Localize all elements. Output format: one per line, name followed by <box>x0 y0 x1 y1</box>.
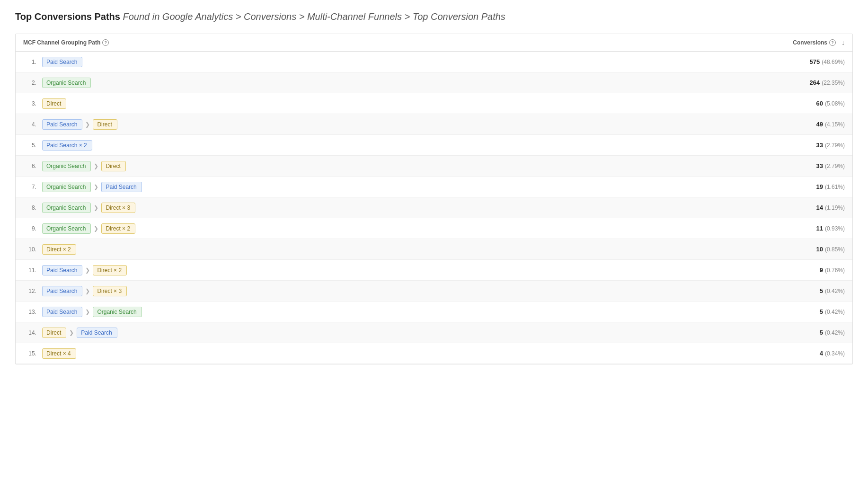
page-wrapper: Top Conversions Paths Found in Google An… <box>0 0 868 376</box>
table-row: 12.Paid Search❯Direct × 35(0.42%) <box>16 281 852 302</box>
sort-icon[interactable]: ↓ <box>841 39 845 46</box>
arrow-connector: ❯ <box>85 121 90 128</box>
row-rank: 5. <box>23 142 36 149</box>
arrow-connector: ❯ <box>85 309 90 315</box>
col-path-label: MCF Channel Grouping Path <box>23 39 100 46</box>
channel-tag-paid[interactable]: Paid Search <box>42 119 82 130</box>
channel-tag-direct[interactable]: Direct × 2 <box>101 223 135 234</box>
col-conversions-header: Conversions ? ↓ <box>741 39 845 46</box>
row-path: Direct <box>42 98 741 109</box>
col-path-help-icon[interactable]: ? <box>102 39 109 46</box>
row-rank: 12. <box>23 288 36 294</box>
row-conversions: 49(4.15%) <box>741 121 845 128</box>
row-path: Organic Search <box>42 78 741 88</box>
table-row: 5.Paid Search × 233(2.79%) <box>16 135 852 156</box>
row-conversions: 4(0.34%) <box>741 350 845 357</box>
row-conversions: 264(22.35%) <box>741 79 845 86</box>
channel-tag-direct[interactable]: Direct × 3 <box>93 286 127 296</box>
table-row: 4.Paid Search❯Direct49(4.15%) <box>16 114 852 135</box>
channel-tag-direct[interactable]: Direct <box>42 98 66 109</box>
table-row: 13.Paid Search❯Organic Search5(0.42%) <box>16 302 852 322</box>
table-body: 1.Paid Search575(48.69%)2.Organic Search… <box>16 52 852 364</box>
row-conversions: 33(2.79%) <box>741 162 845 169</box>
table-row: 2.Organic Search264(22.35%) <box>16 72 852 93</box>
arrow-connector: ❯ <box>85 288 90 294</box>
row-rank: 15. <box>23 350 36 357</box>
arrow-connector: ❯ <box>94 225 98 232</box>
table-row: 10.Direct × 210(0.85%) <box>16 239 852 260</box>
row-conversions: 9(0.76%) <box>741 266 845 274</box>
arrow-connector: ❯ <box>69 329 74 336</box>
row-rank: 9. <box>23 225 36 232</box>
row-rank: 1. <box>23 59 36 65</box>
row-path: Direct × 2 <box>42 244 741 255</box>
channel-tag-organic[interactable]: Organic Search <box>42 78 91 88</box>
row-rank: 6. <box>23 163 36 169</box>
channel-tag-direct[interactable]: Direct <box>101 161 125 171</box>
table-row: 7.Organic Search❯Paid Search19(1.61%) <box>16 177 852 197</box>
channel-tag-direct[interactable]: Direct <box>42 328 66 338</box>
row-path: Paid Search <box>42 57 741 67</box>
table-row: 6.Organic Search❯Direct33(2.79%) <box>16 156 852 177</box>
row-path: Organic Search❯Paid Search <box>42 182 741 192</box>
row-conversions: 19(1.61%) <box>741 183 845 190</box>
channel-tag-organic[interactable]: Organic Search <box>42 203 91 213</box>
row-path: Organic Search❯Direct <box>42 161 741 171</box>
arrow-connector: ❯ <box>94 163 98 169</box>
channel-tag-organic[interactable]: Organic Search <box>93 307 142 317</box>
page-title: Top Conversions Paths Found in Google An… <box>15 11 853 22</box>
channel-tag-paid[interactable]: Paid Search <box>42 265 82 275</box>
channel-tag-paid[interactable]: Paid Search <box>42 307 82 317</box>
row-conversions: 5(0.42%) <box>741 287 845 294</box>
col-conversions-label: Conversions <box>793 39 827 46</box>
channel-tag-organic[interactable]: Organic Search <box>42 182 91 192</box>
table-row: 11.Paid Search❯Direct × 29(0.76%) <box>16 260 852 281</box>
table-row: 9.Organic Search❯Direct × 211(0.93%) <box>16 218 852 239</box>
table-row: 1.Paid Search575(48.69%) <box>16 52 852 72</box>
row-path: Organic Search❯Direct × 2 <box>42 223 741 234</box>
row-path: Paid Search❯Direct <box>42 119 741 130</box>
channel-tag-paid[interactable]: Paid Search <box>101 182 142 192</box>
row-rank: 3. <box>23 100 36 107</box>
table-row: 15.Direct × 44(0.34%) <box>16 343 852 364</box>
channel-tag-direct[interactable]: Direct × 3 <box>101 203 135 213</box>
table-row: 3.Direct60(5.08%) <box>16 93 852 114</box>
channel-tag-paid[interactable]: Paid Search <box>42 57 82 67</box>
row-rank: 14. <box>23 329 36 336</box>
row-conversions: 14(1.19%) <box>741 204 845 211</box>
row-conversions: 5(0.42%) <box>741 329 845 336</box>
channel-tag-paid[interactable]: Paid Search <box>42 286 82 296</box>
row-path: Paid Search❯Organic Search <box>42 307 741 317</box>
channel-tag-organic[interactable]: Organic Search <box>42 161 91 171</box>
row-rank: 11. <box>23 267 36 274</box>
channel-tag-direct[interactable]: Direct × 2 <box>42 244 76 255</box>
channel-tag-direct[interactable]: Direct × 4 <box>42 348 76 359</box>
row-rank: 4. <box>23 121 36 128</box>
channel-tag-paid[interactable]: Paid Search × 2 <box>42 140 92 151</box>
row-path: Organic Search❯Direct × 3 <box>42 203 741 213</box>
channel-tag-organic[interactable]: Organic Search <box>42 223 91 234</box>
row-rank: 2. <box>23 80 36 86</box>
row-path: Paid Search❯Direct × 3 <box>42 286 741 296</box>
arrow-connector: ❯ <box>94 184 98 190</box>
row-rank: 8. <box>23 204 36 211</box>
channel-tag-paid[interactable]: Paid Search <box>77 328 117 338</box>
channel-tag-direct[interactable]: Direct × 2 <box>93 265 127 275</box>
row-rank: 13. <box>23 309 36 315</box>
conversion-paths-table: MCF Channel Grouping Path ? Conversions … <box>15 34 853 364</box>
table-row: 14.Direct❯Paid Search5(0.42%) <box>16 322 852 343</box>
channel-tag-direct[interactable]: Direct <box>93 119 117 130</box>
row-conversions: 5(0.42%) <box>741 308 845 315</box>
row-path: Paid Search × 2 <box>42 140 741 151</box>
table-header: MCF Channel Grouping Path ? Conversions … <box>16 34 852 52</box>
row-path: Direct❯Paid Search <box>42 328 741 338</box>
row-conversions: 11(0.93%) <box>741 225 845 232</box>
col-conversions-help-icon[interactable]: ? <box>829 39 836 46</box>
table-row: 8.Organic Search❯Direct × 314(1.19%) <box>16 197 852 218</box>
row-conversions: 60(5.08%) <box>741 100 845 107</box>
row-conversions: 10(0.85%) <box>741 246 845 253</box>
row-rank: 10. <box>23 246 36 253</box>
row-path: Paid Search❯Direct × 2 <box>42 265 741 275</box>
row-conversions: 575(48.69%) <box>741 58 845 65</box>
arrow-connector: ❯ <box>85 267 90 274</box>
